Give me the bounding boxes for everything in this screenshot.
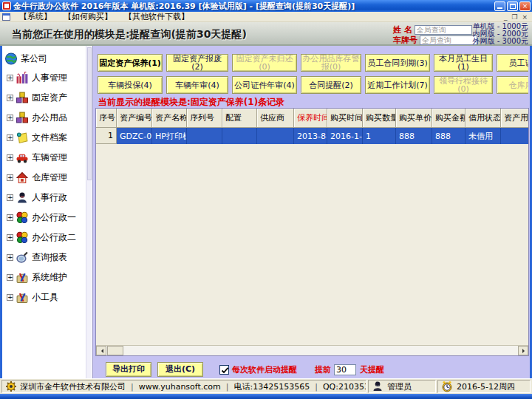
reminder-button-近期工作计划(7)[interactable]: 近期工作计划(7) [365, 76, 430, 94]
column-header-资产用途[interactable]: 资产用途 [501, 109, 528, 128]
status-date-section: 2016-5-12周四 [437, 380, 531, 393]
column-header-保养时间[interactable]: 保养时间 [294, 109, 327, 128]
sidebar-item-文件档案[interactable]: +文件档案 [2, 128, 85, 148]
column-header-序号[interactable]: 序号 [96, 109, 117, 128]
window-bottom-edge [0, 394, 532, 399]
reminder-button-领导行程接待(0): 领导行程接待(0) [434, 76, 493, 94]
cell-供应商[interactable] [257, 128, 294, 144]
cell-资产名称[interactable]: HP打印机 [152, 128, 187, 144]
cell-借用状态[interactable]: 未借用 [466, 128, 501, 144]
expand-plus-icon[interactable]: + [7, 294, 13, 301]
sidebar-item-小工具[interactable]: +小工具 [2, 287, 85, 307]
plate-search-input[interactable] [420, 35, 477, 45]
reminder-button-车辆投保(4)[interactable]: 车辆投保(4) [98, 76, 163, 94]
sidebar-item-人事行政[interactable]: +人事行政 [2, 188, 85, 208]
name-search-input[interactable] [415, 25, 472, 35]
sidebar-item-label: 系统维护 [32, 271, 67, 284]
expand-plus-icon[interactable]: + [7, 254, 13, 261]
mdi-minimize-button[interactable]: _ [504, 13, 508, 21]
startup-reminder-checkbox[interactable] [219, 365, 229, 375]
reminder-button-公司证件年审(4)[interactable]: 公司证件年审(4) [232, 76, 297, 94]
reminder-button-合同提醒(2)[interactable]: 合同提醒(2) [301, 76, 361, 94]
column-header-购买时间[interactable]: 购买时间 [327, 109, 363, 128]
menu-system[interactable]: 【系统】 [13, 11, 58, 22]
mdi-restore-button[interactable]: ❐ [511, 13, 517, 21]
cell-购买单价[interactable]: 888 [396, 128, 432, 144]
restore-button[interactable] [507, 1, 518, 11]
cubes-icon [16, 112, 29, 124]
expand-plus-icon[interactable]: + [7, 115, 13, 121]
cell-购买数量[interactable]: 1 [363, 128, 396, 144]
body: 某公司+人事管理+固定资产+办公用品+文件档案+车辆管理+仓库管理+人事行政+办… [0, 46, 532, 378]
cell-资产编号[interactable]: GDZC-00276 [117, 128, 152, 144]
sidebar-item-办公用品[interactable]: +办公用品 [2, 108, 85, 128]
sidebar-item-查询报表[interactable]: +查询报表 [2, 248, 85, 267]
table-horizontal-scrollbar[interactable] [96, 345, 528, 355]
sidebar-scrollbar[interactable] [86, 46, 92, 378]
person-icon [16, 191, 29, 204]
column-header-序列号[interactable]: 序列号 [187, 109, 222, 128]
sidebar-item-某公司[interactable]: 某公司 [2, 49, 85, 68]
column-header-购买金额[interactable]: 购买金额 [432, 109, 466, 128]
reminder-button-车辆年审(4)[interactable]: 车辆年审(4) [166, 76, 228, 94]
table-row[interactable]: 1GDZC-00276HP打印机2013-8-22016-1-231888888… [96, 128, 528, 144]
column-header-配置[interactable]: 配置 [222, 109, 257, 128]
expand-plus-icon[interactable]: + [7, 95, 13, 101]
menu-how-to-buy[interactable]: 【如何购买】 [58, 11, 118, 22]
plate-label: 车牌号 [393, 35, 417, 46]
reminder-button-固定资产报废(2)[interactable]: 固定资产报废(2) [166, 54, 228, 72]
globe-icon [4, 52, 18, 65]
column-header-借用状态[interactable]: 借用状态 [466, 109, 501, 128]
cell-配置[interactable] [222, 128, 257, 144]
cell-购买时间[interactable]: 2016-1-23 [327, 128, 363, 144]
mdi-close-button[interactable]: × [522, 13, 528, 21]
scroll-left-button[interactable] [96, 346, 106, 355]
expand-plus-icon[interactable]: + [7, 174, 13, 181]
balls-icon [16, 211, 29, 224]
expand-plus-icon[interactable]: + [7, 214, 13, 221]
reminder-button-员工证件到[interactable]: 员工证件到 [497, 54, 528, 72]
startup-checkbox-label[interactable]: 每次软件启动提醒 [232, 364, 297, 375]
scroll-thumb[interactable] [107, 346, 123, 355]
cell-序号[interactable]: 1 [96, 128, 117, 144]
cell-序列号[interactable] [187, 128, 222, 144]
sidebar-item-办公行政一[interactable]: +办公行政一 [2, 208, 85, 228]
cell-资产用途[interactable] [501, 128, 528, 144]
gear-logo-icon [5, 381, 17, 392]
expand-plus-icon[interactable]: + [7, 154, 13, 161]
close-button[interactable]: × [519, 1, 531, 11]
mdi-child-icon [2, 13, 10, 21]
column-header-购买数量[interactable]: 购买数量 [363, 109, 396, 128]
sidebar-item-车辆管理[interactable]: +车辆管理 [2, 148, 85, 168]
house-icon [16, 171, 29, 184]
reminder-button-固定资产保养(1)[interactable]: 固定资产保养(1) [98, 54, 163, 72]
expand-plus-icon[interactable]: + [7, 274, 13, 281]
expand-plus-icon[interactable]: + [7, 234, 13, 241]
advance-days-input[interactable] [334, 364, 356, 375]
table-header-row: 序号资产编号资产名称序列号配置供应商保养时间购买时间购买数量购买单价购买金额借用… [96, 109, 528, 128]
sidebar-item-人事管理[interactable]: +人事管理 [2, 68, 85, 88]
exit-button[interactable]: 退出(C) [157, 362, 203, 377]
expand-plus-icon[interactable]: + [7, 134, 13, 141]
menu-other-downloads[interactable]: 【其他软件下载】 [118, 11, 195, 22]
cell-购买金额[interactable]: 888 [432, 128, 466, 144]
sidebar-item-label: 固定资产 [32, 92, 67, 104]
sidebar-item-仓库管理[interactable]: +仓库管理 [2, 168, 85, 188]
sidebar-item-固定资产[interactable]: +固定资产 [2, 88, 85, 108]
column-header-购买单价[interactable]: 购买单价 [396, 109, 432, 128]
expand-plus-icon[interactable]: + [7, 194, 13, 201]
sidebar-item-系统维护[interactable]: +系统维护 [2, 267, 85, 287]
scroll-right-button[interactable] [518, 346, 528, 355]
minimize-button[interactable] [494, 1, 505, 11]
cell-保养时间[interactable]: 2013-8-2 [294, 128, 327, 144]
export-print-button[interactable]: 导出打印 [106, 362, 151, 377]
reminder-button-员工合同到期(3)[interactable]: 员工合同到期(3) [365, 54, 430, 72]
column-header-供应商[interactable]: 供应商 [257, 109, 294, 128]
column-header-资产名称[interactable]: 资产名称 [152, 109, 187, 128]
column-header-资产编号[interactable]: 资产编号 [117, 109, 152, 128]
reminder-button-本月员工生日(1)[interactable]: 本月员工生日(1) [434, 54, 493, 72]
status-user-section: 管理员 [368, 380, 436, 393]
sidebar-item-办公行政二[interactable]: +办公行政二 [2, 228, 85, 248]
cubes-icon [16, 92, 29, 104]
expand-plus-icon[interactable]: + [7, 75, 13, 81]
